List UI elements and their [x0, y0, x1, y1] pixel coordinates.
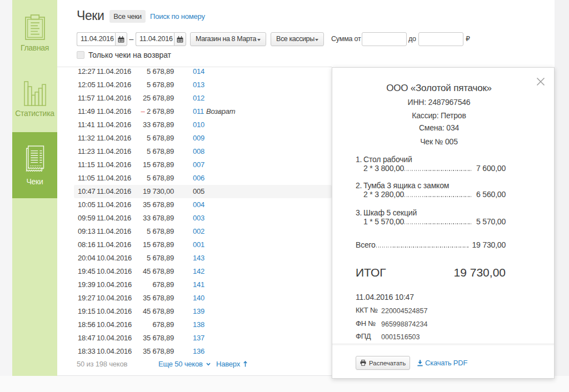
receipt-meta-row: ФН № 965998874234	[356, 319, 376, 328]
sum-to-label: до	[408, 32, 416, 46]
calendar-icon	[177, 36, 183, 43]
row-amount: 35 678,89	[143, 331, 174, 345]
receipt-row[interactable]: 11:15 11.04.2016 15 678,89 007	[74, 158, 332, 172]
row-time: 10:47	[78, 185, 96, 198]
search-by-number-link[interactable]: Поиск по номеру	[150, 10, 205, 23]
row-number-link[interactable]: 013	[193, 78, 204, 92]
receipt-row[interactable]: 11:49 11.04.2016 – 2 678,89 011 Возврат	[74, 105, 332, 118]
row-date: 10.04.2016	[97, 292, 132, 305]
receipt-row[interactable]: 18:56 10.04.2016 678,89 138	[74, 318, 332, 331]
item-sum: 6 560,00	[476, 190, 506, 199]
row-time: 09:59	[78, 212, 96, 225]
row-number-link[interactable]: 138	[193, 318, 204, 331]
item-sum: 5 570,00	[476, 217, 506, 226]
row-number-link[interactable]: 007	[193, 158, 204, 172]
receipt-row[interactable]: 09:13 11.04.2016 5 678,89 002	[74, 225, 332, 238]
row-time: 19:15	[78, 305, 96, 318]
date-from-input[interactable]: 11.04.2016	[77, 32, 115, 46]
sidebar-item-label: Главная	[12, 43, 57, 52]
receipt-row[interactable]: 11:23 11.04.2016 5 678,89 008	[74, 145, 332, 158]
row-number-link[interactable]: 005	[193, 185, 204, 198]
date-to-calendar-button[interactable]	[174, 32, 186, 46]
tab-all-receipts[interactable]: Все чеки	[109, 10, 146, 23]
item-qty-price: 1 * 5 570,00	[363, 217, 404, 226]
row-number-link[interactable]: 012	[193, 92, 204, 105]
meta-label: ФПД	[356, 332, 371, 340]
close-icon[interactable]	[536, 77, 545, 86]
date-to-input[interactable]: 11.04.2016	[136, 32, 174, 46]
receipt-row[interactable]: 08:16 11.04.2016 15 678,89 001	[74, 238, 332, 252]
receipt-row[interactable]: 12:27 11.04.2016 5 678,89 014	[74, 65, 332, 78]
sum-from-input[interactable]	[362, 32, 407, 46]
row-number-link[interactable]: 137	[193, 331, 204, 345]
load-more-link[interactable]: Еще 50 чеков	[158, 358, 211, 371]
receipt-number: Чек № 005	[356, 137, 522, 146]
back-to-top-link[interactable]: Наверх	[216, 358, 247, 371]
receipt-row[interactable]: 11:41 11.04.2016 33 678,89 010	[74, 118, 332, 132]
row-number-link[interactable]: 010	[193, 118, 204, 132]
row-amount: – 2 678,89	[141, 105, 174, 118]
row-number-link[interactable]: 001	[193, 238, 204, 252]
row-number-link[interactable]: 006	[193, 172, 204, 185]
row-number-link[interactable]: 008	[193, 145, 204, 158]
row-number-link[interactable]: 140	[193, 292, 204, 305]
row-number-link[interactable]: 143	[193, 252, 204, 265]
sidebar-item-main[interactable]: Главная	[12, 0, 57, 66]
chevron-down-icon	[206, 363, 211, 366]
receipt-row[interactable]: 10:05 11.04.2016 35 678,89 004	[74, 198, 332, 212]
row-number-link[interactable]: 004	[193, 198, 204, 212]
receipt-row[interactable]: 19:39 10.04.2016 678,89 141	[74, 278, 332, 292]
row-amount: 5 678,89	[147, 225, 174, 238]
row-number-link[interactable]: 009	[193, 132, 204, 145]
row-number-link[interactable]: 014	[193, 65, 204, 78]
row-time: 11:05	[78, 172, 95, 185]
cashiers-dropdown[interactable]: Все кассиры	[271, 32, 324, 46]
row-date: 11.04.2016	[97, 105, 131, 118]
row-time: 11:32	[78, 132, 95, 145]
row-amount: 33 678,89	[143, 212, 174, 225]
store-dropdown[interactable]: Магазин на 8 Марта	[190, 32, 266, 46]
date-from-calendar-button[interactable]	[115, 32, 127, 46]
receipt-row[interactable]: 19:15 10.04.2016 45 678,89 139	[74, 305, 332, 318]
receipt-icon	[24, 145, 46, 174]
receipt-row[interactable]: 11:32 11.04.2016 5 678,89 009	[74, 132, 332, 145]
row-number-link[interactable]: 139	[193, 305, 204, 318]
receipt-row[interactable]: 11:57 11.04.2016 25 678,89 012	[74, 92, 332, 105]
receipt-row[interactable]: 19:45 10.04.2016 45 678,89 142	[74, 265, 332, 278]
row-number-link[interactable]: 141	[193, 278, 204, 292]
row-date: 11.04.2016	[97, 65, 131, 78]
row-amount: 35 678,89	[143, 198, 174, 212]
sidebar-item-statistics[interactable]: Статистика	[12, 66, 57, 132]
row-number-link[interactable]: 136	[193, 345, 204, 358]
row-number-link[interactable]: 002	[193, 225, 204, 238]
receipt-row[interactable]: 19:27 10.04.2016 35 678,89 140	[74, 292, 332, 305]
sidebar-item-receipts[interactable]: Чеки	[12, 132, 57, 198]
row-number-link[interactable]: 142	[193, 265, 204, 278]
returns-only-label: Только чеки на возврат	[88, 51, 171, 59]
receipt-row[interactable]: 10:47 11.04.2016 19 730,00 005	[74, 185, 332, 198]
row-amount: 33 678,89	[143, 118, 174, 132]
row-date: 11.04.2016	[97, 118, 131, 132]
download-pdf-link[interactable]: Скачать PDF	[417, 356, 467, 370]
receipt-row[interactable]: 20:04 10.04.2016 5 678,89 143	[74, 252, 332, 265]
returns-only-checkbox[interactable]	[77, 51, 84, 59]
receipt-row[interactable]: 12:05 11.04.2016 5 678,89 013	[74, 78, 332, 92]
row-amount: 5 678,89	[147, 78, 174, 92]
receipt-row[interactable]: 11:05 11.04.2016 5 678,89 006	[74, 172, 332, 185]
row-date: 10.04.2016	[97, 345, 132, 358]
row-number-link[interactable]: 011	[193, 105, 204, 118]
receipt-row[interactable]: 18:33 10.04.2016 35 678,89 136	[74, 345, 332, 358]
receipt-row[interactable]: 18:47 10.04.2016 35 678,89 137	[74, 331, 332, 345]
receipt-total-value: 19 730,00	[472, 240, 506, 249]
receipt-row[interactable]: 09:59 11.04.2016 33 678,89 003	[74, 212, 332, 225]
row-tag: Возврат	[206, 105, 235, 118]
print-button[interactable]: Распечатать	[356, 356, 410, 370]
receipt-item: 1.Стол рабочий 2 * 3 800,007 600,00	[356, 155, 506, 173]
row-amount: 15 678,89	[143, 238, 174, 252]
row-date: 11.04.2016	[97, 172, 131, 185]
row-number-link[interactable]: 003	[193, 212, 204, 225]
row-time: 09:13	[78, 225, 96, 238]
app-canvas: Главная Статистика	[12, 0, 555, 376]
date-from-group: 11.04.2016	[77, 32, 127, 46]
sum-to-input[interactable]	[418, 32, 463, 46]
